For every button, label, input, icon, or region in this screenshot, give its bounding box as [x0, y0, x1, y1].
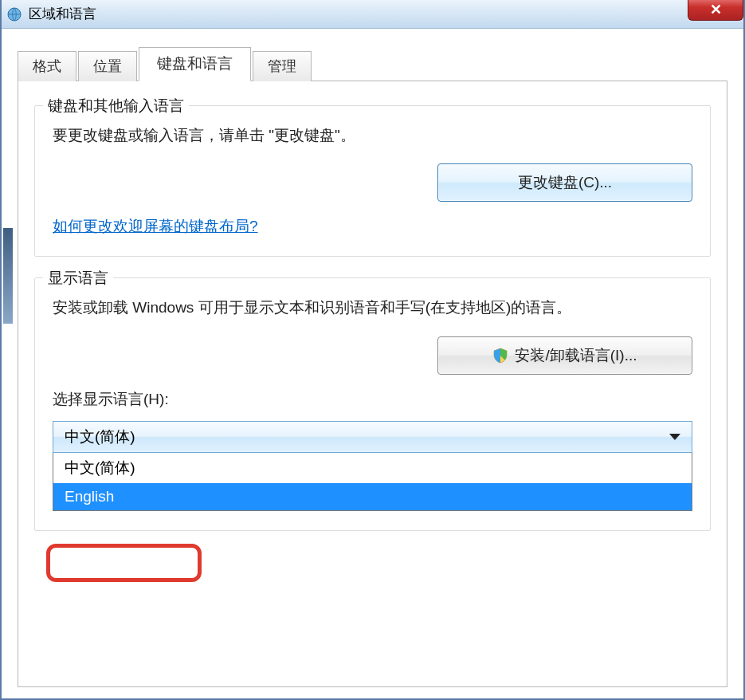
- tab-admin[interactable]: 管理: [253, 51, 312, 81]
- tab-format[interactable]: 格式: [18, 51, 76, 81]
- change-keyboard-button-label: 更改键盘(C)...: [518, 172, 612, 193]
- close-icon: ✕: [710, 1, 722, 18]
- shield-icon: [492, 348, 508, 364]
- titlebar: 区域和语言 ✕: [2, 0, 743, 29]
- select-display-language-label: 选择显示语言(H):: [53, 389, 692, 410]
- change-keyboard-row: 更改键盘(C)...: [53, 163, 692, 202]
- tab-panel-keyboard-language: 键盘和其他输入语言 要更改键盘或输入语言，请单击 "更改键盘"。 更改键盘(C)…: [18, 81, 727, 687]
- language-option-en[interactable]: English: [53, 483, 692, 510]
- keyboard-input-group: 键盘和其他输入语言 要更改键盘或输入语言，请单击 "更改键盘"。 更改键盘(C)…: [34, 105, 711, 257]
- display-language-combobox[interactable]: 中文(简体): [53, 421, 692, 453]
- globe-icon: [6, 6, 22, 22]
- chevron-down-icon: [669, 434, 680, 440]
- display-language-description: 安装或卸载 Windows 可用于显示文本和识别语音和手写(在支持地区)的语言。: [53, 296, 692, 320]
- tab-strip: 格式 位置 键盘和语言 管理: [18, 46, 727, 81]
- change-keyboard-button[interactable]: 更改键盘(C)...: [437, 163, 692, 202]
- install-uninstall-language-label: 安装/卸载语言(I)...: [515, 345, 637, 366]
- install-language-row: 安装/卸载语言(I)...: [53, 336, 692, 375]
- keyboard-input-legend: 键盘和其他输入语言: [43, 96, 189, 116]
- display-language-dropdown: 中文(简体) English: [53, 453, 692, 511]
- display-language-group: 显示语言 安装或卸载 Windows 可用于显示文本和识别语音和手写(在支持地区…: [34, 277, 711, 530]
- tab-keyboard-language[interactable]: 键盘和语言: [139, 47, 251, 81]
- display-language-legend: 显示语言: [43, 268, 113, 289]
- annotation-highlight: [46, 544, 202, 582]
- keyboard-input-description: 要更改键盘或输入语言，请单击 "更改键盘"。: [53, 124, 692, 147]
- language-option-zh[interactable]: 中文(简体): [53, 453, 692, 483]
- welcome-keyboard-layout-link[interactable]: 如何更改欢迎屏幕的键盘布局?: [53, 218, 258, 234]
- tab-location[interactable]: 位置: [78, 51, 137, 81]
- close-button[interactable]: ✕: [688, 0, 743, 21]
- window-title: 区域和语言: [29, 5, 96, 23]
- display-language-selected-value: 中文(简体): [65, 427, 135, 447]
- client-area: 格式 位置 键盘和语言 管理 键盘和其他输入语言 要更改键盘或输入语言，请单击 …: [2, 29, 743, 698]
- left-decoration: [3, 228, 13, 324]
- region-language-dialog: 区域和语言 ✕ 格式 位置 键盘和语言 管理 键盘和其他输入语言 要更改键盘或输…: [0, 0, 745, 700]
- install-uninstall-language-button[interactable]: 安装/卸载语言(I)...: [437, 336, 692, 375]
